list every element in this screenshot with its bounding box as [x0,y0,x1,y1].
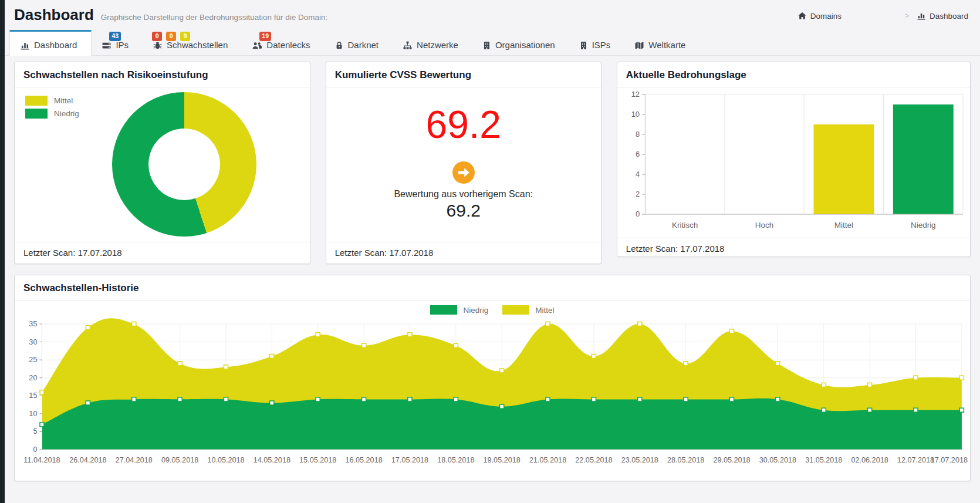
legend-swatch-niedrig [25,109,48,119]
tab-label: Netzwerke [417,40,458,50]
breadcrumb: Domains > Dashboard [798,12,968,21]
building-icon [483,41,491,50]
svg-text:29.05.2018: 29.05.2018 [713,456,750,464]
svg-text:Hoch: Hoch [755,221,773,229]
legend-item-mittel[interactable]: Mittel [502,305,554,315]
map-icon [635,41,644,50]
svg-text:6: 6 [636,150,640,158]
card-title: Schwachstellen-Historie [15,275,970,301]
legend-item-niedrig[interactable]: Niedrig [430,305,488,315]
svg-text:Kritisch: Kritisch [672,221,698,229]
svg-text:0: 0 [636,210,640,218]
svg-text:10: 10 [29,410,37,418]
tab-label: IPs [116,40,129,50]
tab-schwachstellen[interactable]: 0 0 9 Schwachstellen [143,30,242,55]
legend-swatch-mittel [25,96,48,106]
breadcrumb-label: Domains [810,12,842,21]
legend-label: Niedrig [463,306,488,315]
medium-count-badge: 9 [180,32,190,41]
bug-icon [153,41,162,50]
svg-text:12.07.2018: 12.07.2018 [897,456,934,464]
legend-label: Mittel [54,96,73,105]
tab-organisationen[interactable]: Organisationen [472,30,569,55]
svg-text:10: 10 [631,110,639,119]
tab-darknet[interactable]: Darknet [325,30,393,55]
critical-count-badge: 0 [152,32,162,41]
svg-text:16.05.2018: 16.05.2018 [345,456,382,464]
svg-text:20: 20 [29,374,37,382]
tab-label: ISPs [592,40,611,50]
svg-text:35: 35 [29,320,37,328]
tab-isps[interactable]: ISPs [569,30,625,55]
cvss-score: 69.2 [425,105,501,144]
card-title: Aktuelle Bedrohungslage [617,62,970,87]
bar-chart-icon [21,41,29,50]
cards-row: Schwachstellen nach Risikoeinstufung Mit… [5,56,980,264]
last-scan-text: Letzter Scan: 17.07.2018 [617,238,970,259]
svg-text:19.05.2018: 19.05.2018 [484,456,521,464]
tab-datenlecks[interactable]: 19 Datenlecks [242,30,324,55]
svg-text:30: 30 [29,338,37,346]
svg-text:2: 2 [636,190,640,198]
tab-label: Schwachstellen [167,40,228,50]
svg-text:02.06.2018: 02.06.2018 [851,456,888,464]
tab-netzwerke[interactable]: Netzwerke [393,30,472,55]
card-title: Kumulierte CVSS Bewertung [326,62,601,87]
card-threat-level: Aktuelle Bedrohungslage 024681012Kritisc… [617,62,971,257]
svg-text:15: 15 [29,391,37,400]
legend-swatch-niedrig [430,305,457,315]
collapsed-sidebar [0,0,5,503]
svg-text:12: 12 [631,90,639,99]
bar-chart-icon [917,12,925,20]
breadcrumb-domains[interactable]: Domains [798,12,842,21]
tab-bar: Dashboard 43 IPs 0 0 9 Schwachstellen 19 [5,30,980,56]
tab-label: Dashboard [34,40,77,50]
svg-text:27.04.2018: 27.04.2018 [116,456,153,464]
donut-legend: Mittel Niedrig [25,96,79,119]
svg-text:25: 25 [29,356,37,364]
legend-item-niedrig[interactable]: Niedrig [25,109,79,119]
svg-text:14.05.2018: 14.05.2018 [254,456,290,464]
high-count-badge: 0 [166,32,176,41]
card-history: Schwachstellen-Historie Niedrig Mittel 0… [14,275,971,481]
page-header: Dashboard Graphische Darstellung der Bed… [5,0,980,26]
previous-scan-label: Bewertung aus vorherigem Scan: [394,189,533,200]
tab-label: Organisationen [495,40,555,50]
svg-text:11.04.2018: 11.04.2018 [23,456,60,464]
svg-text:Niedrig: Niedrig [911,221,936,229]
threat-bar-chart: 024681012KritischHochMittelNiedrig [622,90,967,235]
svg-text:17.07.2018: 17.07.2018 [931,456,968,464]
arrow-right-icon [452,161,475,184]
risk-donut-chart [112,92,256,237]
leaks-count-badge: 19 [259,32,271,41]
card-title: Schwachstellen nach Risikoeinstufung [15,62,310,87]
svg-text:4: 4 [636,170,640,178]
ips-count-badge: 43 [109,32,121,41]
breadcrumb-dashboard[interactable]: Dashboard [917,12,968,21]
tab-ips[interactable]: 43 IPs [92,30,143,55]
breadcrumb-label: Dashboard [930,12,968,21]
tab-dashboard[interactable]: Dashboard [9,30,92,56]
card-risk-distribution: Schwachstellen nach Risikoeinstufung Mit… [14,62,310,264]
last-scan-text: Letzter Scan: 17.07.2018 [15,242,310,264]
svg-text:8: 8 [636,130,640,139]
svg-text:22.05.2018: 22.05.2018 [575,456,612,464]
svg-text:28.05.2018: 28.05.2018 [667,456,704,464]
svg-text:Mittel: Mittel [834,221,853,229]
legend-item-mittel[interactable]: Mittel [25,96,79,106]
tab-weltkarte[interactable]: Weltkarte [624,30,699,55]
legend-label: Niedrig [54,109,79,118]
main-content: Dashboard Graphische Darstellung der Bed… [5,0,980,481]
building-icon [580,41,587,50]
svg-text:10.05.2018: 10.05.2018 [207,456,244,464]
page-title: Dashboard [14,6,94,24]
svg-text:26.04.2018: 26.04.2018 [69,456,106,464]
history-area-chart: 0510152025303511.04.201826.04.201827.04.… [15,317,970,467]
legend-swatch-mittel [502,305,529,315]
page-subtitle: Graphische Darstellung der Bedrohungssit… [101,13,327,22]
history-legend: Niedrig Mittel [15,303,970,317]
tab-label: Weltkarte [648,40,685,50]
svg-text:09.05.2018: 09.05.2018 [161,456,198,464]
tab-label: Datenlecks [266,40,310,50]
card-cvss: Kumulierte CVSS Bewertung 69.2 Bewertung… [326,62,601,264]
